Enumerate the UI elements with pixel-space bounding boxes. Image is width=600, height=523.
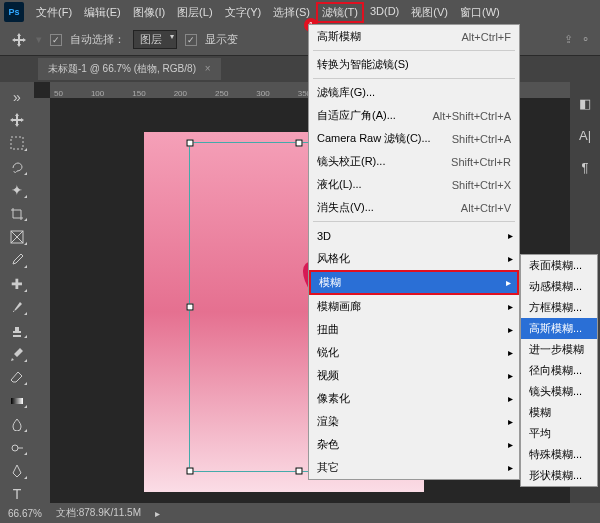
move-tool-icon (10, 31, 28, 49)
svg-rect-2 (11, 398, 23, 404)
menu-3D[interactable]: 3D(D) (364, 2, 405, 23)
menu-item-扭曲[interactable]: 扭曲 (309, 318, 519, 341)
menu-滤镜[interactable]: 滤镜(T) (316, 2, 364, 23)
menu-item-液化(L)...[interactable]: 液化(L)...Shift+Ctrl+X (309, 173, 519, 196)
menu-item-镜头校正(R)...[interactable]: 镜头校正(R)...Shift+Ctrl+R (309, 150, 519, 173)
document-tab[interactable]: 未标题-1 @ 66.7% (植物, RGB/8) × (38, 58, 221, 80)
doc-info: 文档:878.9K/11.5M (56, 506, 141, 520)
pen-tool[interactable] (6, 462, 28, 479)
show-transform-label: 显示变 (205, 32, 238, 47)
gradient-tool[interactable] (6, 392, 28, 409)
eraser-tool[interactable] (6, 369, 28, 386)
status-arrow-icon[interactable]: ▸ (155, 508, 160, 519)
submenu-item-平均[interactable]: 平均 (521, 423, 597, 444)
menu-item-像素化[interactable]: 像素化 (309, 387, 519, 410)
search-icon[interactable]: ⚬ (581, 33, 590, 46)
dodge-tool[interactable] (6, 439, 28, 456)
menu-item-滤镜库(G)...[interactable]: 滤镜库(G)... (309, 81, 519, 104)
close-icon[interactable]: × (205, 63, 211, 74)
menu-item-自适应广角(A)...[interactable]: 自适应广角(A)...Alt+Shift+Ctrl+A (309, 104, 519, 127)
menu-图层[interactable]: 图层(L) (171, 2, 218, 23)
auto-select-label: 自动选择： (70, 32, 125, 47)
eyedropper-tool[interactable] (6, 252, 28, 269)
menu-文字[interactable]: 文字(Y) (219, 2, 268, 23)
blur-tool[interactable] (6, 415, 28, 432)
menu-编辑[interactable]: 编辑(E) (78, 2, 127, 23)
menu-item-风格化[interactable]: 风格化 (309, 247, 519, 270)
document-title: 未标题-1 @ 66.7% (植物, RGB/8) (48, 63, 196, 74)
menu-文件[interactable]: 文件(F) (30, 2, 78, 23)
lasso-tool[interactable] (6, 158, 28, 175)
history-brush-tool[interactable] (6, 345, 28, 362)
panel-para[interactable]: ¶ (574, 156, 596, 178)
move-tool[interactable] (6, 111, 28, 128)
submenu-item-形状模糊...[interactable]: 形状模糊... (521, 465, 597, 486)
crop-tool[interactable] (6, 205, 28, 222)
submenu-item-镜头模糊...[interactable]: 镜头模糊... (521, 381, 597, 402)
toolbox: » ✦ ✚ T (0, 82, 34, 503)
menu-item-模糊[interactable]: 模糊 (309, 270, 519, 295)
submenu-item-方框模糊...[interactable]: 方框模糊... (521, 297, 597, 318)
menu-item-锐化[interactable]: 锐化 (309, 341, 519, 364)
submenu-item-高斯模糊...[interactable]: 高斯模糊... (521, 318, 597, 339)
submenu-item-特殊模糊...[interactable]: 特殊模糊... (521, 444, 597, 465)
frame-tool[interactable] (6, 228, 28, 245)
menu-item-渲染[interactable]: 渲染 (309, 410, 519, 433)
submenu-item-表面模糊...[interactable]: 表面模糊... (521, 255, 597, 276)
menu-item-高斯模糊[interactable]: 高斯模糊Alt+Ctrl+F (309, 25, 519, 48)
svg-point-3 (12, 445, 18, 451)
share-icon[interactable]: ⇪ (564, 33, 573, 46)
menu-item-视频[interactable]: 视频 (309, 364, 519, 387)
menu-窗口[interactable]: 窗口(W) (454, 2, 506, 23)
menu-bar: Ps 文件(F)编辑(E)图像(I)图层(L)文字(Y)选择(S)滤镜(T)3D… (0, 0, 600, 24)
blur-submenu: 表面模糊...动感模糊...方框模糊...高斯模糊...进一步模糊径向模糊...… (520, 254, 598, 487)
zoom-level[interactable]: 66.67% (8, 508, 42, 519)
heal-tool[interactable]: ✚ (6, 275, 28, 292)
submenu-item-进一步模糊[interactable]: 进一步模糊 (521, 339, 597, 360)
ps-logo: Ps (4, 2, 24, 22)
menu-item-其它[interactable]: 其它 (309, 456, 519, 479)
chevron-icon[interactable]: » (6, 88, 28, 105)
show-transform-checkbox[interactable]: ✓ (185, 34, 197, 46)
menu-item-杂色[interactable]: 杂色 (309, 433, 519, 456)
brush-tool[interactable] (6, 299, 28, 316)
menu-item-消失点(V)...[interactable]: 消失点(V)...Alt+Ctrl+V (309, 196, 519, 219)
submenu-item-模糊[interactable]: 模糊 (521, 402, 597, 423)
svg-rect-0 (11, 137, 23, 149)
menu-item-模糊画廊[interactable]: 模糊画廊 (309, 295, 519, 318)
wand-tool[interactable]: ✦ (6, 182, 28, 199)
stamp-tool[interactable] (6, 322, 28, 339)
marquee-tool[interactable] (6, 135, 28, 152)
panel-color[interactable]: ◧ (574, 92, 596, 114)
filter-menu: 高斯模糊Alt+Ctrl+F转换为智能滤镜(S)滤镜库(G)...自适应广角(A… (308, 24, 520, 480)
ruler-vertical (34, 98, 50, 503)
menu-图像[interactable]: 图像(I) (127, 2, 171, 23)
menu-item-转换为智能滤镜(S)[interactable]: 转换为智能滤镜(S) (309, 53, 519, 76)
submenu-item-动感模糊...[interactable]: 动感模糊... (521, 276, 597, 297)
panel-char[interactable]: A| (574, 124, 596, 146)
auto-select-checkbox[interactable]: ✓ (50, 34, 62, 46)
layer-select[interactable]: 图层 (133, 30, 177, 49)
menu-视图[interactable]: 视图(V) (405, 2, 454, 23)
status-bar: 66.67% 文档:878.9K/11.5M ▸ (0, 503, 600, 523)
menu-item-3D[interactable]: 3D (309, 224, 519, 247)
submenu-item-径向模糊...[interactable]: 径向模糊... (521, 360, 597, 381)
menu-item-Camera Raw 滤镜(C)...[interactable]: Camera Raw 滤镜(C)...Shift+Ctrl+A (309, 127, 519, 150)
type-tool[interactable]: T (6, 486, 28, 503)
